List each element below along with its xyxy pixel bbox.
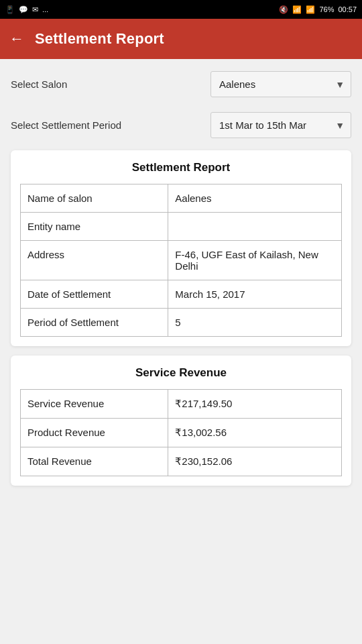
row-label: Date of Settlement (21, 280, 168, 309)
salon-label: Select Salon (11, 78, 67, 90)
settlement-report-table: Name of salonAalenesEntity nameAddressF-… (20, 184, 342, 337)
table-row: Name of salonAalenes (21, 184, 342, 213)
status-bar-right: 🔇 📶 📶 76% 00:57 (279, 5, 357, 14)
back-button[interactable]: ← (9, 32, 24, 46)
page-title: Settlement Report (35, 30, 164, 48)
row-value: F-46, UGF East of Kailash, New Delhi (168, 241, 342, 280)
table-row: Product Revenue₹13,002.56 (21, 419, 342, 447)
row-value: Aalenes (168, 184, 342, 213)
service-revenue-table: Service Revenue₹217,149.50Product Revenu… (20, 389, 342, 476)
service-revenue-title: Service Revenue (20, 366, 342, 380)
time-text: 00:57 (338, 5, 357, 13)
row-label: Service Revenue (21, 390, 168, 419)
row-value: 5 (168, 309, 342, 337)
row-value: ₹13,002.56 (168, 419, 342, 447)
period-label: Select Settlement Period (11, 119, 121, 131)
table-row: Entity name (21, 213, 342, 241)
table-row: AddressF-46, UGF East of Kailash, New De… (21, 241, 342, 280)
row-label: Total Revenue (21, 447, 168, 476)
status-bar: 📱 💬 ✉ ... 🔇 📶 📶 76% 00:57 (0, 0, 362, 19)
table-row: Total Revenue₹230,152.06 (21, 447, 342, 476)
table-row: Period of Settlement5 (21, 309, 342, 337)
table-row: Date of SettlementMarch 15, 2017 (21, 280, 342, 309)
row-value (168, 213, 342, 241)
settlement-report-card: Settlement Report Name of salonAalenesEn… (11, 150, 351, 346)
period-select-wrapper: 1st Mar to 15th Mar ▼ (210, 112, 351, 138)
row-label: Name of salon (21, 184, 168, 213)
row-value: ₹230,152.06 (168, 447, 342, 476)
table-row: Service Revenue₹217,149.50 (21, 390, 342, 419)
row-label: Address (21, 241, 168, 280)
battery-text: 76% (319, 5, 334, 13)
salon-select-wrapper: Aalenes ▼ (210, 71, 351, 97)
mute-icon: 🔇 (279, 5, 288, 14)
period-select[interactable]: 1st Mar to 15th Mar (210, 112, 351, 138)
row-value: March 15, 2017 (168, 280, 342, 309)
row-value: ₹217,149.50 (168, 390, 342, 419)
row-label: Product Revenue (21, 419, 168, 447)
salon-row: Select Salon Aalenes ▼ (11, 68, 351, 100)
salon-select[interactable]: Aalenes (210, 71, 351, 97)
phone-icon: 📱 (5, 5, 15, 14)
signal-icon: 📶 (306, 5, 315, 14)
service-revenue-card: Service Revenue Service Revenue₹217,149.… (11, 356, 351, 486)
header: ← Settlement Report (0, 19, 362, 59)
main-content: Select Salon Aalenes ▼ Select Settlement… (0, 59, 362, 495)
period-row: Select Settlement Period 1st Mar to 15th… (11, 109, 351, 141)
settlement-report-title: Settlement Report (20, 161, 342, 174)
whatsapp-icon: 💬 (19, 5, 28, 14)
email-icon: ✉ (32, 5, 38, 14)
status-bar-left: 📱 💬 ✉ ... (5, 5, 48, 14)
row-label: Entity name (21, 213, 168, 241)
more-icon: ... (42, 5, 48, 13)
row-label: Period of Settlement (21, 309, 168, 337)
wifi-icon: 📶 (292, 5, 302, 14)
